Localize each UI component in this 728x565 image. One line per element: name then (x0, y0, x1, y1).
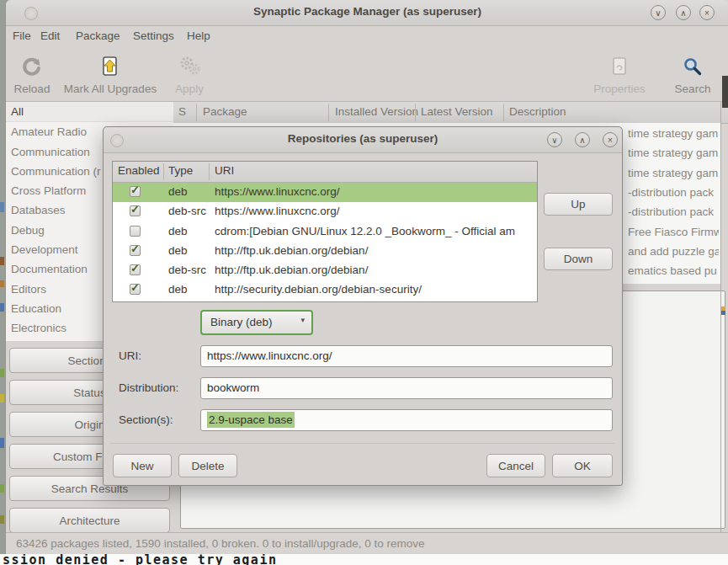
column-header-latest-version[interactable]: Latest Version (421, 105, 493, 118)
menu-help[interactable]: Help (187, 29, 210, 42)
dialog-minimize-button[interactable]: ∨ (547, 132, 562, 147)
column-divider[interactable] (503, 104, 504, 121)
repository-list-header: Enabled Type URI (113, 162, 537, 183)
package-table-header: S Package Installed Version Latest Versi… (173, 102, 728, 124)
repo-uri: https://www.linuxcnc.org/ (215, 205, 535, 217)
delete-button[interactable]: Delete (178, 454, 237, 477)
menu-file[interactable]: File (13, 29, 31, 42)
architecture-filter-button[interactable]: Architecture (9, 508, 170, 533)
column-divider[interactable] (415, 104, 416, 121)
mark-all-upgrades-button[interactable]: Mark All Upgrades (56, 53, 164, 95)
sections-field[interactable]: 2.9-uspace base (200, 409, 613, 431)
column-divider[interactable] (209, 163, 210, 180)
check-icon: ✓ (130, 262, 140, 275)
uri-field[interactable]: https://www.linuxcnc.org/ (200, 345, 613, 367)
package-description-fragment: -distribution pack (628, 202, 719, 221)
column-header-package[interactable]: Package (203, 105, 247, 118)
enabled-checkbox[interactable]: ✓ (130, 205, 141, 216)
apply-gears-icon (166, 53, 213, 80)
minimize-button[interactable]: ∨ (651, 5, 666, 20)
repository-row[interactable]: ✓ deb-src https://www.linuxcnc.org/ (113, 202, 537, 221)
mark-all-upgrades-label: Mark All Upgrades (56, 83, 164, 95)
repository-row[interactable]: ✓ deb http://ftp.uk.debian.org/debian/ (113, 242, 537, 261)
package-description-fragment: and add puzzle ga (628, 242, 719, 261)
desktop-edge-fragment (0, 484, 4, 493)
column-header-enabled[interactable]: Enabled (118, 164, 160, 177)
desktop-edge-fragment (0, 394, 4, 402)
column-header-status[interactable]: S (178, 105, 186, 118)
repository-row[interactable]: deb cdrom:[Debian GNU/Linux 12.2.0 _Book… (113, 222, 537, 242)
menu-package[interactable]: Package (76, 29, 120, 42)
column-header-type[interactable]: Type (168, 164, 193, 177)
selected-type: Binary (deb) (210, 316, 273, 328)
repo-type: deb-src (168, 205, 206, 217)
repo-type: deb (168, 283, 188, 296)
distribution-field[interactable]: bookworm (200, 377, 613, 399)
dialog-title: Repositories (as superuser) (104, 132, 622, 145)
down-button[interactable]: Down (544, 248, 613, 270)
cancel-button[interactable]: Cancel (486, 454, 545, 477)
column-header-uri[interactable]: URI (215, 164, 234, 177)
menu-settings[interactable]: Settings (133, 29, 174, 42)
reload-button[interactable]: Reload (8, 53, 56, 95)
dialog-maximize-button[interactable]: ∧ (575, 132, 590, 147)
search-button[interactable]: Search (667, 53, 718, 95)
column-divider[interactable] (328, 104, 329, 121)
sidebar-item-all[interactable]: All (6, 102, 173, 122)
repository-row[interactable]: ✓ deb https://www.linuxcnc.org/ (113, 183, 537, 202)
properties-button[interactable]: Properties (587, 53, 652, 95)
repository-row[interactable]: ✓ deb-src http://ftp.uk.debian.org/debia… (113, 261, 537, 280)
dialog-separator (110, 443, 615, 444)
maximize-button[interactable]: ∧ (676, 5, 691, 20)
reload-icon (8, 53, 56, 80)
desktop-edge-fragment (0, 202, 4, 212)
repo-uri: http://ftp.uk.debian.org/debian/ (215, 244, 535, 257)
enabled-checkbox[interactable]: ✓ (130, 186, 141, 197)
desktop-edge-fragment (0, 280, 4, 287)
enabled-checkbox[interactable] (130, 226, 141, 237)
desktop-edge-fragment (0, 303, 4, 312)
distribution-value: bookworm (207, 381, 259, 394)
up-button[interactable]: Up (544, 193, 613, 216)
repository-list[interactable]: Enabled Type URI ✓ deb https://www.linux… (112, 161, 538, 302)
package-description-fragment: time strategy gam (628, 124, 719, 143)
column-divider[interactable] (163, 163, 164, 180)
minimize-icon: ∨ (551, 136, 557, 145)
apply-button[interactable]: Apply (166, 53, 213, 95)
repository-row-partial[interactable] (113, 301, 537, 302)
apply-label: Apply (166, 83, 213, 95)
enabled-checkbox[interactable]: ✓ (130, 284, 141, 295)
new-button[interactable]: New (113, 454, 172, 477)
enabled-checkbox[interactable]: ✓ (130, 245, 141, 256)
background-terminal-strip: ssion denied - please try again (0, 554, 728, 565)
column-header-description[interactable]: Description (509, 105, 566, 118)
column-header-installed-version[interactable]: Installed Version (335, 105, 418, 118)
screen: Synaptic Package Manager (as superuser) … (0, 0, 728, 565)
chevron-down-icon: ▾ (300, 316, 305, 324)
menu-edit[interactable]: Edit (40, 29, 60, 42)
package-description-fragment: -distribution pack (628, 183, 719, 202)
sections-label: Section(s): (119, 413, 173, 426)
repository-row[interactable]: ✓ deb http://security.debian.org/debian-… (113, 280, 537, 300)
ok-button[interactable]: OK (552, 454, 613, 477)
main-titlebar[interactable]: Synaptic Package Manager (as superuser) … (6, 0, 728, 26)
desktop-edge-fragment (0, 515, 4, 524)
repositories-dialog: Repositories (as superuser) ∨ ∧ × Enable… (103, 126, 623, 486)
desktop-edge-fragment (0, 257, 4, 265)
column-divider[interactable] (196, 104, 197, 121)
reload-label: Reload (8, 83, 56, 95)
properties-icon (587, 53, 652, 80)
dialog-titlebar[interactable]: Repositories (as superuser) ∨ ∧ × (104, 127, 622, 153)
window-title: Synaptic Package Manager (as superuser) (6, 5, 728, 18)
dialog-close-button[interactable]: × (603, 132, 618, 147)
close-icon: × (608, 136, 613, 145)
distribution-label: Distribution: (119, 381, 178, 394)
menu-bar: File Edit Package Settings Help (6, 25, 728, 48)
background-glyph-fragment (721, 306, 725, 315)
enabled-checkbox[interactable]: ✓ (130, 264, 141, 275)
package-description-fragment: time strategy gam (628, 163, 719, 183)
check-icon: ✓ (130, 281, 140, 294)
repository-type-select[interactable]: Binary (deb) ▾ (200, 310, 313, 335)
uri-label: URI: (119, 349, 141, 362)
close-button[interactable]: × (699, 5, 715, 20)
